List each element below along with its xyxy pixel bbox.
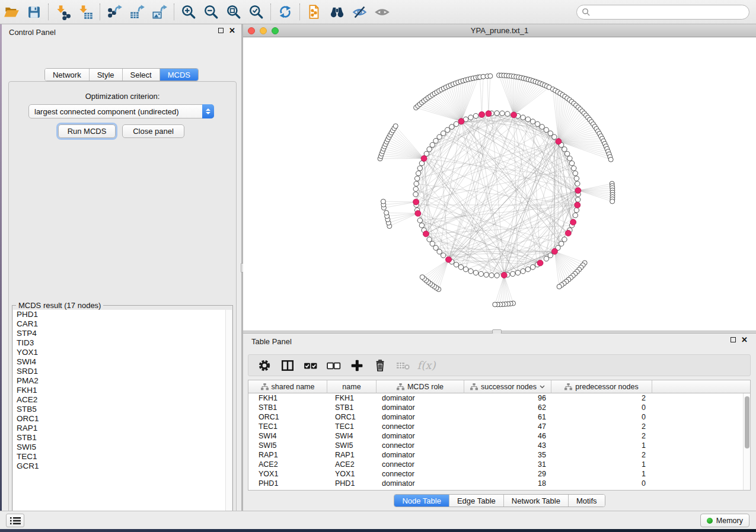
network-graph[interactable] [243, 37, 756, 331]
table-row[interactable]: STB1STB1dominator620 [248, 403, 743, 412]
leaf-node [557, 284, 562, 289]
export-network-icon[interactable] [103, 2, 126, 22]
network-node [540, 124, 544, 129]
table-cell: 47 [464, 422, 551, 431]
column-label: successor nodes [481, 383, 537, 391]
network-node [445, 127, 449, 132]
table-cell: 46 [464, 431, 551, 441]
table-row[interactable]: TEC1TEC1connector472 [248, 422, 743, 431]
column-header-MCDS-role[interactable]: MCDS role [377, 380, 464, 393]
mcds-node [551, 248, 557, 254]
table-settings-gear-icon[interactable] [256, 357, 273, 374]
table-cell: 96 [464, 393, 551, 403]
network-window-titlebar[interactable]: YPA_prune.txt_1 [243, 24, 756, 37]
tab-style[interactable]: Style [90, 69, 123, 81]
tab-select[interactable]: Select [123, 69, 160, 81]
zoom-fit-icon[interactable] [222, 2, 245, 22]
close-panel-icon[interactable]: ✕ [741, 336, 748, 343]
table-row[interactable]: SWI4SWI4dominator462 [248, 431, 743, 441]
function-builder-icon-disabled: f(x) [417, 357, 435, 374]
criterion-dropdown[interactable]: largest connected component (undirected) [28, 104, 214, 118]
column-label: predecessor nodes [575, 383, 638, 391]
table-row[interactable]: ACE2ACE2connector311 [248, 460, 743, 469]
float-panel-icon[interactable] [218, 28, 224, 33]
run-mcds-button[interactable]: Run MCDS [58, 124, 116, 138]
search-input[interactable] [591, 7, 749, 18]
table-cell: SWI5 [248, 441, 327, 450]
network-node [441, 131, 445, 136]
mcds-result-item: GCR1 [13, 462, 232, 471]
task-history-button[interactable] [6, 514, 24, 527]
show-eye-icon[interactable] [371, 2, 393, 22]
deselect-all-icon[interactable] [325, 357, 343, 374]
export-table-icon[interactable] [126, 2, 148, 22]
zoom-selected-icon[interactable] [245, 2, 267, 22]
table-row[interactable]: ORC1ORC1dominator610 [248, 412, 743, 422]
mcds-result-list[interactable]: PHD1CAR1STP4TID3YOX1SWI4SRD1PMA2FKH1ACE2… [13, 310, 232, 521]
control-panel-title: Control Panel [9, 28, 56, 37]
table-body: FKH1FKH1dominator962STB1STB1dominator620… [248, 393, 743, 490]
leaf-node [381, 199, 385, 204]
hide-panel-eye-icon[interactable] [348, 2, 371, 22]
network-node [505, 111, 510, 116]
export-image-icon[interactable] [148, 2, 171, 22]
import-network-icon[interactable] [52, 2, 74, 22]
float-panel-icon[interactable] [731, 337, 736, 342]
column-header-predecessor-nodes[interactable]: predecessor nodes [551, 380, 652, 393]
network-view-canvas[interactable] [243, 37, 756, 331]
refresh-icon[interactable] [274, 2, 296, 22]
network-overview-icon[interactable] [326, 2, 348, 22]
table-row[interactable]: SWI5SWI5connector431 [248, 441, 743, 450]
tab-node-table[interactable]: Node Table [394, 495, 449, 507]
tab-network[interactable]: Network [45, 69, 90, 81]
toolbar-separator [174, 4, 174, 20]
zoom-out-icon[interactable] [200, 2, 222, 22]
table-cell: SWI5 [327, 441, 377, 450]
clear-table-icon-disabled [394, 357, 412, 374]
delete-column-icon[interactable] [371, 357, 389, 374]
column-header-shared-name[interactable]: shared name [248, 380, 327, 393]
memory-status-icon [707, 518, 713, 524]
scrollbar-thumb[interactable] [745, 396, 749, 448]
table-row[interactable]: RAP1RAP1dominator352 [248, 450, 743, 460]
mcds-list-scrollbar[interactable] [225, 310, 232, 521]
tab-network-table[interactable]: Network Table [504, 495, 569, 507]
close-panel-icon[interactable]: ✕ [229, 27, 235, 34]
network-node [548, 253, 553, 258]
optimization-criterion-label: Optimization criterion: [9, 92, 236, 101]
table-cell: connector [377, 422, 464, 431]
table-row[interactable]: FKH1FKH1dominator962 [248, 393, 743, 403]
leaf-node [610, 199, 615, 204]
zoom-in-icon[interactable] [177, 2, 200, 22]
search-field[interactable] [576, 5, 749, 20]
save-session-icon[interactable] [23, 2, 45, 22]
table-cell: YOX1 [248, 469, 327, 479]
table-scrollbar[interactable] [743, 393, 750, 490]
add-column-icon[interactable] [348, 357, 366, 374]
mcds-result-item: FKH1 [13, 386, 232, 395]
table-header-row: shared namenameMCDS rolesuccessor nodesp… [248, 380, 750, 393]
column-header-name[interactable]: name [327, 380, 377, 393]
table-row[interactable]: YOX1YOX1connector291 [248, 469, 743, 479]
status-bar: Memory [0, 511, 756, 529]
network-node [414, 176, 419, 181]
column-header-successor-nodes[interactable]: successor nodes [464, 380, 551, 393]
leaf-node [488, 73, 493, 78]
open-session-icon[interactable] [0, 2, 23, 22]
network-node [521, 115, 525, 120]
show-columns-icon[interactable] [279, 357, 296, 374]
tab-motifs[interactable]: Motifs [569, 495, 605, 507]
import-table-icon[interactable] [74, 2, 97, 22]
memory-button[interactable]: Memory [700, 514, 749, 527]
close-panel-button[interactable]: Close panel [122, 124, 184, 138]
select-all-icon[interactable] [302, 357, 320, 374]
table-cell: ACE2 [248, 460, 327, 469]
network-node [572, 166, 576, 171]
mcds-result-item: PMA2 [13, 376, 232, 386]
share-document-icon[interactable] [303, 2, 326, 22]
table-cell: 43 [464, 441, 551, 450]
table-row[interactable]: PHD1PHD1dominator180 [248, 479, 743, 488]
tab-mcds[interactable]: MCDS [160, 69, 198, 81]
table-cell: dominator [377, 393, 464, 403]
tab-edge-table[interactable]: Edge Table [449, 495, 504, 507]
